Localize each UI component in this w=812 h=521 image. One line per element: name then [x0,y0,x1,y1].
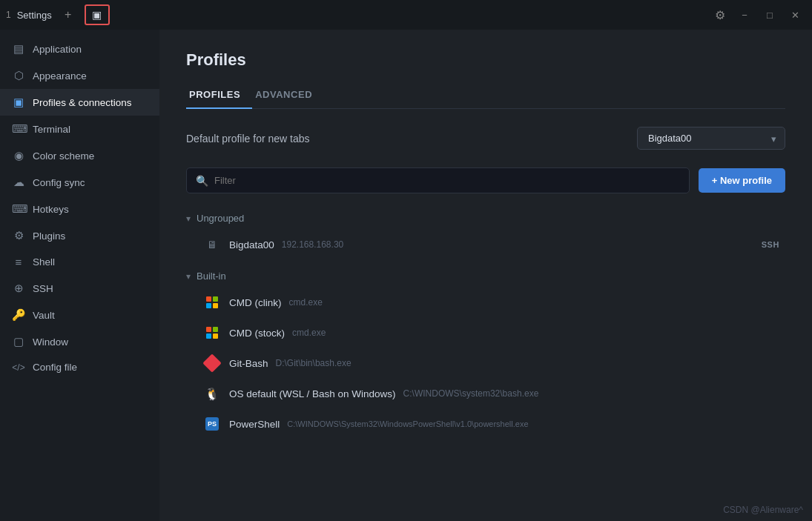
default-profile-label: Default profile for new tabs [186,133,310,145]
sidebar-item-label: Config sync [33,177,85,188]
sidebar-item-label: Plugins [33,230,65,242]
profile-name-powershell: PowerShell [229,419,280,430]
minimize-button[interactable]: − [733,4,756,25]
shell-icon: ≡ [12,256,25,268]
monitor-icon: 🖥 [204,236,220,253]
sidebar-item-window[interactable]: ▢ Window [0,328,159,355]
hotkeys-icon: ⌨ [12,202,25,216]
profile-path-cmd-clink: cmd.exe [289,297,323,308]
add-tab-button[interactable]: + [58,4,79,25]
sidebar-item-label: Hotkeys [33,204,69,215]
sidebar-item-label: Shell [33,256,55,268]
profile-path-bigdata00: 192.168.168.30 [282,239,343,250]
sidebar-item-plugins[interactable]: ⚙ Plugins [0,222,159,249]
sidebar-item-color-scheme[interactable]: ◉ Color scheme [0,142,159,169]
wsl-icon: 🐧 [204,385,220,402]
profile-name-cmd-clink: CMD (clink) [229,297,282,308]
default-profile-select[interactable]: Bigdata00 CMD (clink) CMD (stock) Git-Ba… [637,127,785,150]
sidebar-item-config-sync[interactable]: ☁ Config sync [0,169,159,196]
content-area: Profiles PROFILES ADVANCED Default profi… [159,30,812,521]
windows-icon-cmd-clink [204,294,220,311]
window-icon: ▢ [12,335,25,348]
tab-title: Settings [17,10,52,21]
group-header-builtin[interactable]: ▾ Built-in [186,266,785,286]
filter-row: 🔍 + New profile [186,167,785,193]
chevron-down-icon: ▾ [186,271,191,282]
close-button[interactable]: ✕ [784,4,806,25]
profile-name-cmd-stock: CMD (stock) [229,328,285,339]
sidebar-item-config-file[interactable]: </> Config file [0,355,159,379]
sidebar-item-hotkeys[interactable]: ⌨ Hotkeys [0,196,159,222]
titlebar-left: 1 Settings + ▣ [6,4,710,25]
main-layout: ▤ Application ⬡ Appearance ▣ Profiles & … [0,30,812,521]
appearance-icon: ⬡ [12,69,25,82]
sidebar-item-label: Appearance [33,70,87,82]
default-profile-select-wrapper: Bigdata00 CMD (clink) CMD (stock) Git-Ba… [637,127,785,150]
chevron-down-icon: ▾ [186,213,191,224]
tab-profiles[interactable]: PROFILES [186,83,252,109]
sidebar-item-label: Terminal [33,124,70,135]
profile-name-git-bash: Git-Bash [229,358,268,369]
profile-path-powershell: C:\WINDOWS\System32\WindowsPowerShell\v1… [287,419,528,428]
profile-name-bigdata00: Bigdata00 [229,239,274,250]
gitbash-icon [204,355,220,371]
tab-view-button[interactable]: ▣ [85,4,110,25]
sidebar-item-label: Config file [33,362,77,373]
sidebar-item-label: Window [33,336,68,348]
sidebar-item-appearance[interactable]: ⬡ Appearance [0,62,159,89]
profile-path-git-bash: D:\Git\bin\bash.exe [276,358,351,368]
vault-icon: 🔑 [12,308,25,322]
group-label-ungrouped: Ungrouped [197,213,244,224]
sidebar: ▤ Application ⬡ Appearance ▣ Profiles & … [0,30,159,521]
profile-item-os-default[interactable]: 🐧 OS default (WSL / Bash on Windows) C:\… [186,379,785,408]
sidebar-item-vault[interactable]: 🔑 Vault [0,302,159,328]
search-icon: 🔍 [196,175,208,187]
tab-advanced[interactable]: ADVANCED [252,83,324,109]
profile-item-cmd-clink[interactable]: CMD (clink) cmd.exe [186,288,785,317]
profiles-icon: ▣ [12,96,25,109]
sidebar-item-application[interactable]: ▤ Application [0,36,159,62]
config-sync-icon: ☁ [12,176,25,189]
sidebar-item-label: Profiles & connections [33,97,132,108]
filter-input-wrap: 🔍 [186,167,690,193]
group-header-ungrouped[interactable]: ▾ Ungrouped [186,208,785,228]
sidebar-item-ssh[interactable]: ⊕ SSH [0,275,159,302]
tab-number: 1 [6,10,11,20]
tabs-bar: PROFILES ADVANCED [186,83,785,109]
profile-list: ▾ Ungrouped 🖥 Bigdata00 192.168.168.30 S… [186,208,785,439]
profile-item-bigdata00[interactable]: 🖥 Bigdata00 192.168.168.30 SSH [186,230,785,259]
color-scheme-icon: ◉ [12,149,25,162]
powershell-icon: PS [204,416,220,432]
new-profile-button[interactable]: + New profile [699,168,785,193]
sidebar-item-label: Vault [33,310,55,321]
sidebar-item-label: SSH [33,283,53,294]
plugins-icon: ⚙ [12,229,25,242]
titlebar-right: ⚙ − □ ✕ [710,4,806,25]
profile-item-powershell[interactable]: PS PowerShell C:\WINDOWS\System32\Window… [186,409,785,439]
profile-path-cmd-stock: cmd.exe [292,328,326,338]
terminal-icon: ⌨ [12,122,25,136]
sidebar-item-shell[interactable]: ≡ Shell [0,249,159,275]
titlebar: 1 Settings + ▣ ⚙ − □ ✕ [0,0,812,30]
profile-name-os-default: OS default (WSL / Bash on Windows) [229,388,396,399]
page-title: Profiles [186,50,785,70]
sidebar-item-terminal[interactable]: ⌨ Terminal [0,116,159,142]
profile-item-git-bash[interactable]: Git-Bash D:\Git\bin\bash.exe [186,348,785,378]
default-profile-row: Default profile for new tabs Bigdata00 C… [186,127,785,150]
windows-icon-cmd-stock [204,325,220,341]
filter-input[interactable] [214,168,680,193]
watermark: CSDN @Alienware^ [723,505,803,515]
config-file-icon: </> [12,362,25,373]
ssh-icon: ⊕ [12,282,25,295]
sidebar-item-label: Color scheme [33,150,94,162]
profile-badge-ssh: SSH [762,240,779,249]
maximize-button[interactable]: □ [759,4,781,25]
application-icon: ▤ [12,42,25,56]
profile-item-cmd-stock[interactable]: CMD (stock) cmd.exe [186,318,785,348]
profile-path-os-default: C:\WINDOWS\system32\bash.exe [403,388,539,399]
sidebar-item-label: Application [33,44,82,55]
group-label-builtin: Built-in [197,271,226,282]
settings-button[interactable]: ⚙ [710,4,730,25]
sidebar-item-profiles[interactable]: ▣ Profiles & connections [0,89,159,116]
